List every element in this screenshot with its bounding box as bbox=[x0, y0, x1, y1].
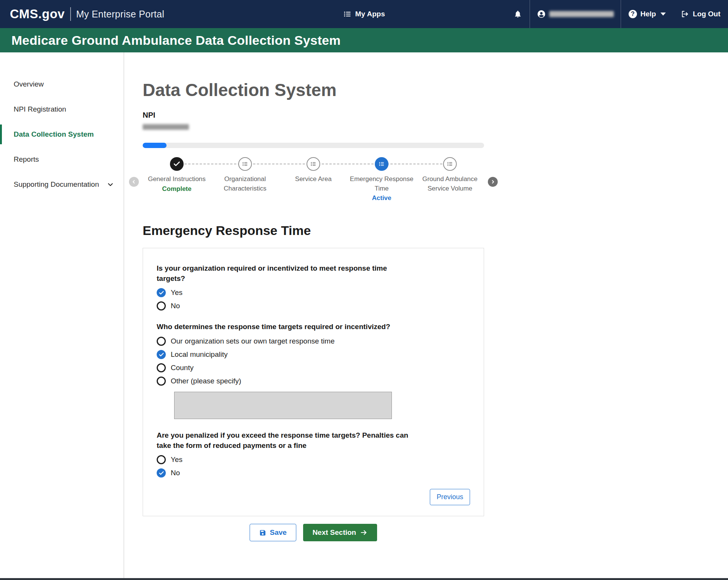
next-section-button[interactable]: Next Section bbox=[303, 524, 377, 541]
sidebar-item-label: Supporting Documentation bbox=[14, 180, 99, 189]
chevron-down-icon bbox=[107, 181, 114, 188]
progress-fill bbox=[143, 143, 167, 148]
radio-label: Other (please specify) bbox=[171, 377, 241, 385]
my-apps-label: My Apps bbox=[355, 10, 385, 18]
sidebar: Overview NPI Registration Data Collectio… bbox=[0, 52, 124, 578]
stepper-next-arrow[interactable] bbox=[488, 177, 498, 187]
question-text: Is your organization required or incenti… bbox=[157, 263, 415, 284]
step-general-instructions[interactable]: General Instructions Complete bbox=[143, 157, 211, 202]
top-navbar: CMS.gov My Enterprise Portal My Apps ? H… bbox=[0, 0, 728, 28]
step-service-area[interactable]: Service Area bbox=[279, 157, 347, 202]
radio-option-other[interactable]: Other (please specify) bbox=[157, 377, 470, 386]
section-title: Emergency Response Time bbox=[143, 223, 728, 238]
sidebar-item-label: Reports bbox=[14, 155, 39, 164]
bottom-edge bbox=[0, 578, 728, 580]
radio-option-county[interactable]: County bbox=[157, 363, 470, 372]
brand-divider bbox=[70, 7, 71, 21]
section-stepper: General Instructions Complete Organizati… bbox=[129, 157, 728, 202]
content-area: Overview NPI Registration Data Collectio… bbox=[0, 52, 728, 578]
progress-bar bbox=[143, 143, 484, 148]
user-menu[interactable] bbox=[530, 0, 621, 28]
npi-value-redacted bbox=[143, 124, 189, 130]
radio-checked-icon[interactable] bbox=[157, 350, 166, 359]
list-icon bbox=[343, 10, 351, 18]
radio-unchecked-icon[interactable] bbox=[157, 363, 166, 372]
radio-unchecked-icon[interactable] bbox=[157, 337, 166, 346]
sidebar-item-data-collection-system[interactable]: Data Collection System bbox=[0, 125, 124, 144]
portal-name: My Enterprise Portal bbox=[76, 9, 164, 20]
user-icon bbox=[537, 9, 546, 19]
sidebar-item-label: Data Collection System bbox=[14, 130, 94, 139]
step-label: Ground Ambulance Service Volume bbox=[417, 175, 483, 193]
save-label: Save bbox=[270, 528, 286, 537]
arrow-right-icon bbox=[360, 529, 368, 536]
stepper-steps: General Instructions Complete Organizati… bbox=[143, 157, 484, 202]
page-title: Data Collection System bbox=[143, 80, 728, 100]
radio-unchecked-icon[interactable] bbox=[157, 377, 166, 386]
radio-unchecked-icon[interactable] bbox=[157, 301, 166, 310]
radio-option-own-organization[interactable]: Our organization sets our own target res… bbox=[157, 337, 470, 346]
bell-icon bbox=[514, 10, 522, 18]
next-section-label: Next Section bbox=[313, 528, 356, 537]
sidebar-item-label: NPI Registration bbox=[14, 105, 66, 113]
caret-down-icon bbox=[660, 13, 666, 16]
form-actions: Save Next Section bbox=[143, 524, 484, 541]
topbar-actions: ? Help Log Out bbox=[506, 0, 728, 28]
cms-logo[interactable]: CMS.gov My Enterprise Portal bbox=[10, 7, 164, 21]
sidebar-item-label: Overview bbox=[14, 80, 44, 88]
sidebar-item-npi-registration[interactable]: NPI Registration bbox=[0, 99, 124, 119]
radio-option-no[interactable]: No bbox=[157, 301, 470, 310]
app-title: Medicare Ground Ambulance Data Collectio… bbox=[11, 33, 341, 48]
radio-option-local-municipality[interactable]: Local municipality bbox=[157, 350, 470, 359]
step-label: Emergency Response Time bbox=[349, 175, 414, 193]
logout-label: Log Out bbox=[693, 10, 720, 18]
logout-button[interactable]: Log Out bbox=[673, 0, 728, 28]
previous-button[interactable]: Previous bbox=[430, 489, 470, 505]
sidebar-item-supporting-documentation[interactable]: Supporting Documentation bbox=[0, 175, 124, 194]
sidebar-item-overview[interactable]: Overview bbox=[0, 74, 124, 94]
previous-row: Previous bbox=[157, 489, 470, 505]
step-label: Organizational Characteristics bbox=[212, 175, 278, 193]
step-emergency-response-time[interactable]: Emergency Response Time Active bbox=[347, 157, 416, 202]
radio-label: County bbox=[171, 364, 193, 372]
logout-icon bbox=[681, 10, 689, 18]
help-icon: ? bbox=[629, 10, 637, 18]
radio-checked-icon[interactable] bbox=[157, 288, 166, 297]
my-apps-button[interactable]: My Apps bbox=[343, 10, 385, 18]
other-specify-textarea[interactable] bbox=[174, 392, 392, 419]
main-panel: Data Collection System NPI General Instr… bbox=[124, 52, 728, 578]
cms-logo-text: CMS.gov bbox=[10, 7, 65, 21]
step-list-icon[interactable] bbox=[307, 157, 320, 171]
step-list-icon-active[interactable] bbox=[375, 157, 388, 171]
radio-checked-icon[interactable] bbox=[157, 468, 166, 478]
step-list-icon[interactable] bbox=[443, 157, 457, 171]
step-label: General Instructions bbox=[148, 175, 206, 184]
radio-unchecked-icon[interactable] bbox=[157, 455, 166, 464]
stepper-prev-arrow[interactable] bbox=[129, 177, 139, 187]
save-button[interactable]: Save bbox=[250, 524, 296, 541]
app-banner: Medicare Ground Ambulance Data Collectio… bbox=[0, 28, 728, 52]
radio-label: No bbox=[171, 302, 180, 310]
radio-label: Our organization sets our own target res… bbox=[171, 337, 335, 345]
step-complete-check-icon[interactable] bbox=[170, 157, 184, 171]
radio-label: Yes bbox=[171, 455, 182, 464]
notifications-button[interactable] bbox=[506, 0, 530, 28]
user-name-redacted bbox=[549, 11, 614, 17]
question-text: Who determines the response time targets… bbox=[157, 322, 415, 332]
question-text: Are you penalized if you exceed the resp… bbox=[157, 430, 415, 451]
npi-label: NPI bbox=[143, 111, 728, 120]
sidebar-item-reports[interactable]: Reports bbox=[0, 150, 124, 169]
radio-option-yes[interactable]: Yes bbox=[157, 455, 470, 464]
radio-option-yes[interactable]: Yes bbox=[157, 288, 470, 297]
radio-option-no[interactable]: No bbox=[157, 468, 470, 478]
question-card: Is your organization required or incenti… bbox=[143, 248, 484, 516]
help-label: Help bbox=[640, 10, 656, 18]
step-status: Complete bbox=[162, 185, 191, 193]
step-list-icon[interactable] bbox=[238, 157, 252, 171]
step-label: Service Area bbox=[295, 175, 332, 184]
help-menu[interactable]: ? Help bbox=[621, 0, 673, 28]
radio-label: Local municipality bbox=[171, 350, 228, 359]
step-organizational-characteristics[interactable]: Organizational Characteristics bbox=[211, 157, 279, 202]
step-ground-ambulance-service-volume[interactable]: Ground Ambulance Service Volume bbox=[416, 157, 484, 202]
question-response-time-targets: Is your organization required or incenti… bbox=[157, 263, 470, 310]
